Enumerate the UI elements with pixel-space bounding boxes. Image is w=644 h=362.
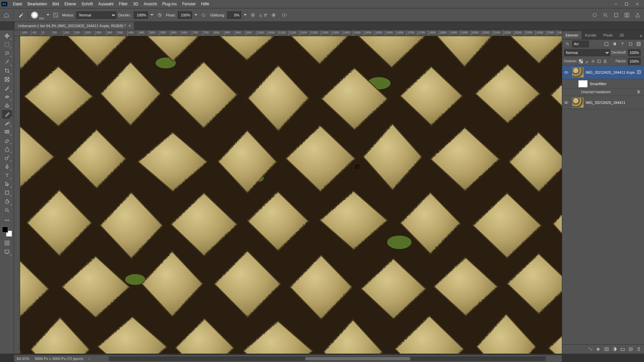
marquee-tool[interactable]: [2, 40, 12, 49]
symmetry-icon[interactable]: [280, 11, 289, 19]
adjustment-layer-icon[interactable]: [611, 346, 618, 353]
menu-help[interactable]: Hilfe: [199, 0, 212, 8]
menu-layer[interactable]: Ebene: [62, 0, 79, 8]
layer-style-icon[interactable]: fx: [595, 346, 602, 353]
window-maximize[interactable]: [621, 1, 632, 7]
eyedropper-tool[interactable]: [2, 84, 12, 93]
cloud-docs-icon[interactable]: [590, 11, 599, 19]
quickmask-tool[interactable]: [2, 239, 12, 247]
filter-blend-icon[interactable]: [637, 90, 642, 95]
window-close[interactable]: [632, 1, 643, 7]
tab-paths[interactable]: Pfade: [600, 31, 616, 39]
crop-tool[interactable]: [2, 66, 12, 75]
menu-3d[interactable]: 3D: [130, 0, 141, 8]
lasso-tool[interactable]: [2, 49, 12, 58]
filter-smart-icon[interactable]: [635, 41, 642, 47]
share-icon[interactable]: [633, 11, 642, 19]
flow-caret[interactable]: [195, 14, 197, 16]
menu-window[interactable]: Fenster: [179, 0, 199, 8]
blend-mode-select[interactable]: Normal: [76, 11, 116, 19]
lock-artboard-icon[interactable]: [596, 58, 602, 65]
tab-channels[interactable]: Kanäle: [582, 31, 600, 39]
stamp-tool[interactable]: [2, 101, 12, 110]
opacity-caret[interactable]: [151, 14, 153, 16]
dodge-tool[interactable]: [2, 154, 12, 162]
quick-share-icon[interactable]: [612, 11, 621, 19]
menu-image[interactable]: Bild: [50, 0, 62, 8]
document-tab[interactable]: Unbenannt-1 bei 64,3% (IMG_20210420_1844…: [14, 21, 135, 30]
smart-filters-row[interactable]: Smartfilter: [562, 79, 644, 88]
layer-row[interactable]: IMG_20210420_184411 Kopie: [562, 66, 644, 79]
menu-plugins[interactable]: Plug-ins: [160, 0, 179, 8]
filter-pixel-icon[interactable]: [603, 41, 610, 47]
group-layers-icon[interactable]: [619, 346, 626, 353]
healing-tool[interactable]: [2, 93, 12, 101]
hand-tool[interactable]: [2, 197, 12, 206]
layer-thumbnail[interactable]: [572, 98, 584, 108]
wand-tool[interactable]: [2, 58, 12, 66]
path-select-tool[interactable]: [2, 180, 12, 188]
brush-settings-icon[interactable]: [51, 11, 60, 19]
filter-entry-row[interactable]: Unscharf maskieren: [562, 88, 644, 96]
lock-transparency-icon[interactable]: [578, 58, 584, 65]
filter-shape-icon[interactable]: [627, 41, 634, 47]
airbrush-icon[interactable]: [199, 11, 208, 19]
layer-opacity-field[interactable]: [628, 49, 641, 56]
frame-tool[interactable]: [2, 75, 12, 84]
layer-filter-input[interactable]: [572, 41, 589, 47]
info-caret[interactable]: ›: [89, 357, 90, 361]
smoothing-field[interactable]: [227, 11, 241, 19]
filter-mask-thumbnail[interactable]: [578, 80, 588, 87]
filter-adjust-icon[interactable]: [611, 41, 618, 47]
pressure-opacity-icon[interactable]: [155, 11, 164, 19]
menu-view[interactable]: Ansicht: [141, 0, 159, 8]
visibility-toggle[interactable]: [562, 70, 570, 75]
filter-name[interactable]: Unscharf maskieren: [581, 90, 635, 94]
flow-field[interactable]: [178, 11, 192, 19]
layer-mask-icon[interactable]: [603, 346, 610, 353]
visibility-toggle[interactable]: [562, 100, 570, 105]
brush-preview[interactable]: [31, 11, 38, 19]
home-icon[interactable]: [2, 11, 11, 19]
blur-tool[interactable]: [2, 145, 12, 154]
move-tool[interactable]: [2, 32, 12, 40]
tab-layers[interactable]: Ebenen: [562, 31, 582, 39]
shape-tool[interactable]: [2, 188, 12, 197]
smoothing-caret[interactable]: [244, 14, 247, 16]
type-tool[interactable]: [2, 171, 12, 180]
layer-blend-select[interactable]: Normal: [564, 49, 610, 56]
new-layer-icon[interactable]: [627, 346, 634, 353]
canvas[interactable]: [20, 36, 562, 354]
menu-file[interactable]: Datei: [10, 0, 25, 8]
menu-filter[interactable]: Filter: [116, 0, 130, 8]
foreground-swatch[interactable]: [2, 227, 8, 233]
workspace-icon[interactable]: [623, 11, 631, 19]
brush-tool[interactable]: [2, 110, 12, 119]
tab-3d[interactable]: 3D: [616, 31, 628, 39]
pressure-size-icon[interactable]: [269, 11, 278, 19]
lock-pixels-icon[interactable]: [584, 58, 590, 65]
menu-edit[interactable]: Bearbeiten: [25, 0, 50, 8]
layer-name[interactable]: IMG_20210420_184411: [586, 101, 642, 105]
gradient-tool[interactable]: [2, 127, 12, 136]
delete-layer-icon[interactable]: [635, 346, 642, 353]
brush-picker-caret[interactable]: [47, 14, 49, 16]
smoothing-options-icon[interactable]: [249, 11, 257, 19]
screenmode-tool[interactable]: [2, 247, 12, 256]
lock-position-icon[interactable]: [590, 58, 596, 65]
zoom-tool[interactable]: [2, 206, 12, 215]
window-minimize[interactable]: [610, 1, 621, 7]
horizontal-scrollbar[interactable]: [109, 356, 546, 361]
pen-tool[interactable]: [2, 162, 12, 171]
vertical-ruler[interactable]: [14, 36, 20, 354]
panel-menu-icon[interactable]: ≡: [638, 33, 644, 39]
layer-thumbnail[interactable]: [572, 67, 584, 77]
edit-toolbar[interactable]: [2, 216, 12, 225]
horizontal-ruler[interactable]: -100-50050100150200250300350400450500550…: [20, 30, 562, 36]
zoom-level[interactable]: 64,31%: [17, 357, 29, 361]
menu-select[interactable]: Auswahl: [96, 0, 116, 8]
eraser-tool[interactable]: [2, 136, 12, 145]
layer-name[interactable]: IMG_20210420_184411 Kopie: [586, 70, 635, 74]
link-layers-icon[interactable]: [587, 346, 594, 353]
opacity-field[interactable]: [134, 11, 148, 19]
